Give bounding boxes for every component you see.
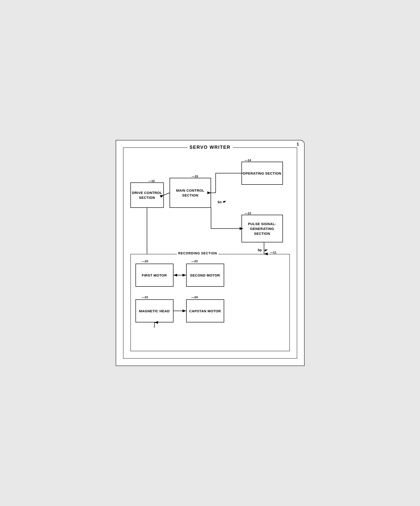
svg-text:—14: —14 xyxy=(245,159,251,162)
operating-section-label: OPERATING SECTION xyxy=(243,171,281,176)
svg-text:—15: —15 xyxy=(192,175,198,178)
servo-writer-label: SERVO WRITER xyxy=(187,145,233,150)
main-control-box: MAIN CONTROLSECTION xyxy=(170,178,211,208)
first-second-motor-arrow xyxy=(131,254,289,351)
operating-section-box: OPERATING SECTION xyxy=(241,162,283,185)
svg-text:—13: —13 xyxy=(245,212,251,215)
svg-text:So: So xyxy=(218,200,222,204)
svg-line-9 xyxy=(264,249,267,251)
recording-section-container: RECORDING SECTION FIRST MOTOR SECOND MOT… xyxy=(130,254,290,351)
outer-container: SERVO WRITER OPERATING SECTION MAIN CONT… xyxy=(123,147,297,359)
svg-text:—12: —12 xyxy=(148,179,155,183)
svg-text:Sp: Sp xyxy=(258,248,262,252)
main-control-label: MAIN CONTROLSECTION xyxy=(176,188,204,198)
pulse-signal-box: PULSE SIGNAL-GENERATINGSECTION xyxy=(241,215,283,242)
svg-line-5 xyxy=(164,193,170,195)
svg-text:—11: —11 xyxy=(270,251,276,254)
ref-1: 1 xyxy=(297,142,299,147)
svg-line-4 xyxy=(223,201,226,202)
drive-control-label: DRIVE CONTROLSECTION xyxy=(132,190,162,200)
pulse-signal-label: PULSE SIGNAL-GENERATINGSECTION xyxy=(248,221,276,236)
drive-control-box: DRIVE CONTROLSECTION xyxy=(130,182,164,208)
diagram-page: 1 SERVO WRITER OPERATING SECTION MAIN CO… xyxy=(116,140,304,366)
